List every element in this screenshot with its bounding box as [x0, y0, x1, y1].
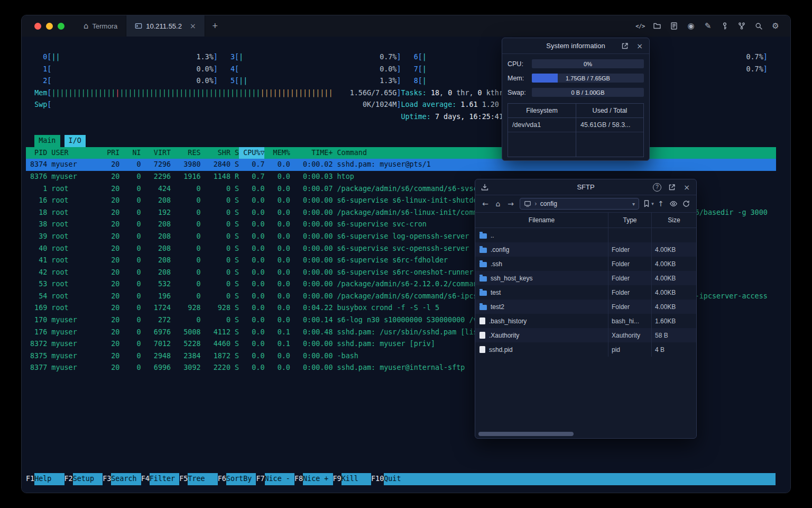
column-type[interactable]: Type [608, 213, 652, 228]
filesystem-name: /dev/vda1 [508, 118, 576, 132]
zoom-window-button[interactable] [58, 23, 64, 30]
swap-value: 0 B / 1.00GB [532, 88, 644, 97]
fn-tree[interactable]: Tree [188, 473, 217, 485]
action-buttons: ▾↑ [642, 198, 692, 210]
chevron-down-icon[interactable]: ▾ [632, 201, 635, 207]
file-row[interactable]: ssh_host_keysFolder4.00KB [475, 271, 696, 285]
mem-bar: 1.75GB / 7.65GB [532, 74, 644, 83]
cpu-value: 0% [532, 59, 644, 68]
fn-setup[interactable]: Setup [73, 473, 103, 485]
file-size: 4 B [652, 342, 696, 357]
file-row[interactable]: testFolder4.00KB [475, 285, 696, 300]
file-row[interactable]: test2Folder4.00KB [475, 300, 696, 314]
computer-icon [524, 200, 531, 207]
close-icon[interactable]: × [635, 41, 644, 51]
minimize-window-button[interactable] [46, 23, 53, 30]
file-name: .Xauthority [489, 332, 519, 339]
file-name: .ssh [491, 260, 502, 268]
refresh-icon[interactable] [680, 198, 692, 210]
swap-label: Swap: [508, 89, 532, 96]
file-row[interactable]: .. [475, 228, 696, 242]
path-breadcrumb[interactable]: › config ▾ [520, 198, 639, 210]
log-icon[interactable] [669, 21, 679, 31]
terminal-line [26, 123, 790, 135]
column-size[interactable]: Size [652, 213, 696, 228]
fn-filter[interactable]: Filter [150, 473, 179, 485]
file-type: Folder [608, 285, 652, 300]
scrollbar-thumb[interactable] [478, 432, 574, 436]
fn-kill[interactable]: Kill [342, 473, 371, 485]
terminal-line: Main I/O [26, 135, 790, 147]
edit-icon[interactable]: ✎ [703, 21, 713, 31]
fn-sortby[interactable]: SortBy [226, 473, 256, 485]
sftp-toolbar: ←⌂→ › config ▾ ▾↑ [475, 195, 696, 213]
file-row[interactable]: .sshFolder4.00KB [475, 257, 696, 271]
key-icon[interactable] [719, 21, 730, 31]
record-icon[interactable]: ◉ [686, 21, 696, 31]
up-icon[interactable]: ↑ [655, 198, 667, 210]
sftp-panel: SFTP ?× ←⌂→ › config ▾ ▾↑ Filename Type … [475, 179, 697, 439]
file-name: ssh_host_keys [491, 275, 532, 282]
column-filename[interactable]: Filename [475, 213, 608, 228]
file-row[interactable]: sshd.pidpid4 B [475, 342, 696, 357]
cpu-label: CPU: [508, 60, 532, 68]
file-icon [479, 332, 485, 339]
new-tab-button[interactable]: + [205, 15, 225, 37]
file-type: Folder [608, 271, 652, 285]
htop-function-bar: F1Help F2Setup F3Search F4Filter F5Tree … [26, 473, 776, 485]
fn-nice-[interactable]: Nice + [303, 473, 333, 485]
file-size: 1.60KB [652, 314, 696, 328]
fn-quit[interactable]: Quit [384, 473, 401, 485]
search-icon[interactable] [753, 21, 764, 31]
fn-key: F1 [26, 473, 34, 485]
settings-icon[interactable]: ⚙ [770, 21, 781, 31]
file-row[interactable]: .bash_historybash_hi...1.60KB [475, 314, 696, 328]
folder-icon[interactable] [652, 21, 662, 31]
fn-search[interactable]: Search [111, 473, 141, 485]
folder-icon [479, 262, 487, 267]
file-size: 4.00KB [652, 271, 696, 285]
tab-termora-home[interactable]: ⌂ Termora [75, 15, 126, 37]
panel-titlebar: SFTP ?× [475, 179, 696, 195]
file-row[interactable]: .XauthorityXauthority58 B [475, 328, 696, 342]
home-icon: ⌂ [84, 22, 89, 30]
breadcrumb-folder[interactable]: config [540, 200, 557, 207]
tab-label: Termora [93, 22, 118, 30]
file-type: Folder [608, 257, 652, 271]
open-in-new-icon[interactable] [620, 41, 630, 51]
branch-icon[interactable] [736, 21, 747, 31]
close-window-button[interactable] [34, 23, 41, 30]
terminal-line: 0[|| 1.3%] 3[| 0.7%] 6[| 0.7%] [26, 51, 790, 64]
file-row[interactable]: .configFolder4.00KB [475, 242, 696, 257]
folder-icon [479, 276, 487, 282]
panel-title-icons: × [620, 41, 644, 51]
back-icon[interactable]: ← [479, 198, 491, 210]
terminal-line: Swp[ 0K/1024M]Load average: 1.61 1.20 0.… [26, 99, 790, 111]
panel-left-icons [480, 183, 490, 192]
code-icon[interactable]: </> [635, 21, 645, 31]
fn-key: F2 [64, 473, 73, 485]
show-hidden-icon[interactable] [668, 198, 679, 210]
fn-key: F4 [141, 473, 150, 485]
horizontal-scrollbar[interactable] [477, 432, 694, 436]
process-row[interactable]: 8374 myuser 20 0 7296 3980 2840 S 0.7 0.… [26, 159, 790, 171]
home-icon[interactable]: ⌂ [492, 198, 504, 210]
fn-nice-[interactable]: Nice - [265, 473, 294, 485]
file-table-header: Filename Type Size [475, 213, 696, 228]
close-tab-icon[interactable]: × [190, 22, 196, 30]
close-icon[interactable]: × [682, 183, 691, 192]
bookmark-icon[interactable]: ▾ [642, 198, 654, 210]
fn-bar-fill [401, 473, 776, 485]
tab-ssh-session[interactable]: 10.211.55.2 × [126, 15, 205, 37]
column-filesystem: Filesystem [508, 104, 576, 118]
toolbar-icons: </>◉✎⚙ [635, 15, 790, 37]
filesystem-table: Filesystem /dev/vda1 Used / Total 45.61G… [508, 103, 644, 157]
file-name: .config [491, 246, 509, 253]
forward-icon[interactable]: → [505, 198, 516, 210]
help-icon[interactable]: ? [652, 183, 662, 192]
fn-help[interactable]: Help [34, 473, 64, 485]
open-in-new-icon[interactable] [667, 183, 677, 192]
download-icon[interactable] [480, 183, 490, 192]
breadcrumb-separator-icon: › [534, 200, 537, 207]
file-type: bash_hi... [608, 314, 652, 328]
